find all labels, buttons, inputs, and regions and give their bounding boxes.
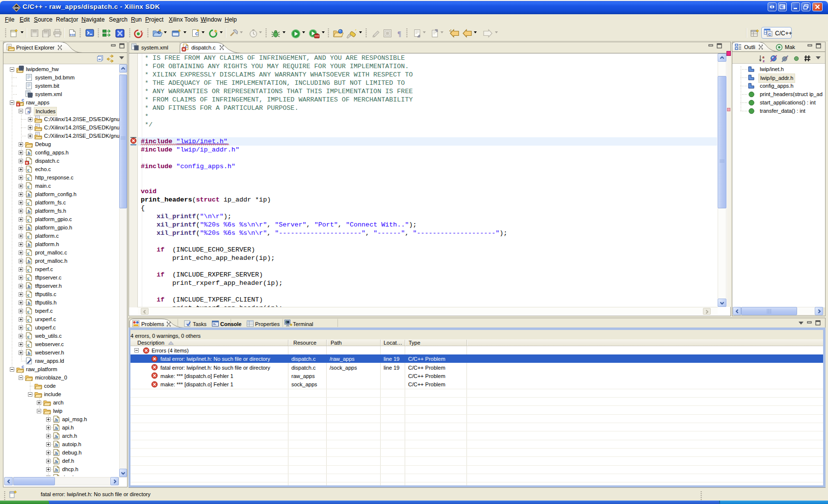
svg-text:SDK: SDK xyxy=(14,6,20,9)
svg-text:010: 010 xyxy=(70,33,75,37)
svg-text:z: z xyxy=(763,58,765,63)
svg-text:C: C xyxy=(195,31,199,36)
svg-text:¶: ¶ xyxy=(397,30,401,38)
svg-text:C: C xyxy=(768,32,771,37)
